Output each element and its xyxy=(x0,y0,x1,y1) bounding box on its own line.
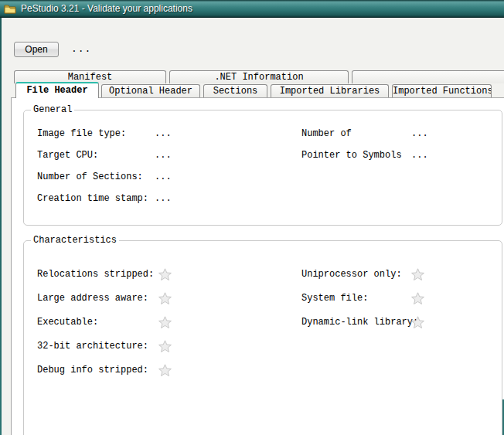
window-frame-left xyxy=(0,18,2,435)
flag-label-32bit-architecture: 32-bit architecture: xyxy=(37,341,158,352)
flag-label-uniprocessor-only: Uniprocessor only: xyxy=(301,269,411,280)
flag-label-large-address-aware: Large address aware: xyxy=(37,293,158,304)
field-value-pointer-to-symbols: ... xyxy=(411,150,502,161)
star-icon xyxy=(158,268,172,280)
general-row: Creation time stamp: ... xyxy=(37,188,502,209)
window-title: PeStudio 3.21 - Validate your applicatio… xyxy=(21,3,192,14)
tab-optional-header[interactable]: Optional Header xyxy=(101,84,200,97)
field-label-number-of-sections: Number of Sections: xyxy=(37,172,155,182)
titlebar[interactable]: PeStudio 3.21 - Validate your applicatio… xyxy=(0,0,504,18)
open-button[interactable]: Open xyxy=(14,42,59,57)
tab-sections[interactable]: Sections xyxy=(203,84,267,97)
flag-label-relocations-stripped: Relocations stripped: xyxy=(37,269,158,280)
flag-label-debug-info-stripped: Debug info stripped: xyxy=(37,365,158,376)
field-value-number-of-sections: ... xyxy=(155,172,301,182)
field-label-image-file-type: Image file type: xyxy=(37,128,155,139)
star-icon xyxy=(158,364,172,376)
characteristics-row: Relocations stripped: Uniprocessor only: xyxy=(37,262,502,286)
star-icon xyxy=(411,268,424,280)
general-row: Number of Sections: ... xyxy=(37,166,502,188)
file-path-text: ... xyxy=(71,43,91,55)
characteristics-row: Large address aware: System file: xyxy=(37,286,502,310)
general-groupbox: General Image file type: ... Number of .… xyxy=(23,104,502,226)
pestudio-window: PeStudio 3.21 - Validate your applicatio… xyxy=(0,0,504,435)
star-icon xyxy=(158,340,172,352)
characteristics-groupbox: Characteristics Relocations stripped: Un… xyxy=(23,235,502,435)
field-value-image-file-type: ... xyxy=(155,128,301,139)
flag-label-dynamic-link-library: Dynamic-link library: xyxy=(301,317,411,328)
characteristics-group-title: Characteristics xyxy=(31,235,119,246)
field-value-number-of: ... xyxy=(411,128,502,139)
tab-imported-functions[interactable]: Imported Functions xyxy=(392,84,492,97)
tab-file-header[interactable]: File Header xyxy=(15,82,99,98)
folder-icon xyxy=(4,3,16,14)
field-value-target-cpu: ... xyxy=(155,150,301,161)
field-label-number-of: Number of xyxy=(301,128,411,139)
flag-label-executable: Executable: xyxy=(37,317,158,328)
star-icon xyxy=(411,316,424,328)
tab-unlabeled[interactable] xyxy=(352,70,504,83)
general-group-title: General xyxy=(31,104,74,115)
star-icon xyxy=(158,316,172,328)
star-icon xyxy=(411,292,424,304)
star-icon xyxy=(158,292,172,304)
general-row: Image file type: ... Number of ... xyxy=(37,123,502,144)
field-value-creation-time-stamp: ... xyxy=(155,193,301,204)
general-row: Target CPU: ... Pointer to Symbols ... xyxy=(37,144,502,166)
field-label-target-cpu: Target CPU: xyxy=(37,150,155,161)
flag-label-system-file: System file: xyxy=(301,293,411,304)
tab-dotnet-information[interactable]: .NET Information xyxy=(169,70,349,83)
file-header-panel: General Image file type: ... Number of .… xyxy=(11,97,504,435)
field-label-pointer-to-symbols: Pointer to Symbols xyxy=(301,150,411,161)
tab-imported-libraries[interactable]: Imported Libraries xyxy=(271,84,389,97)
field-label-creation-time-stamp: Creation time stamp: xyxy=(37,193,155,204)
characteristics-row: Debug info stripped: xyxy=(37,358,502,382)
characteristics-row: 32-bit architecture: xyxy=(37,334,502,358)
characteristics-row: Executable: Dynamic-link library: xyxy=(37,310,502,334)
